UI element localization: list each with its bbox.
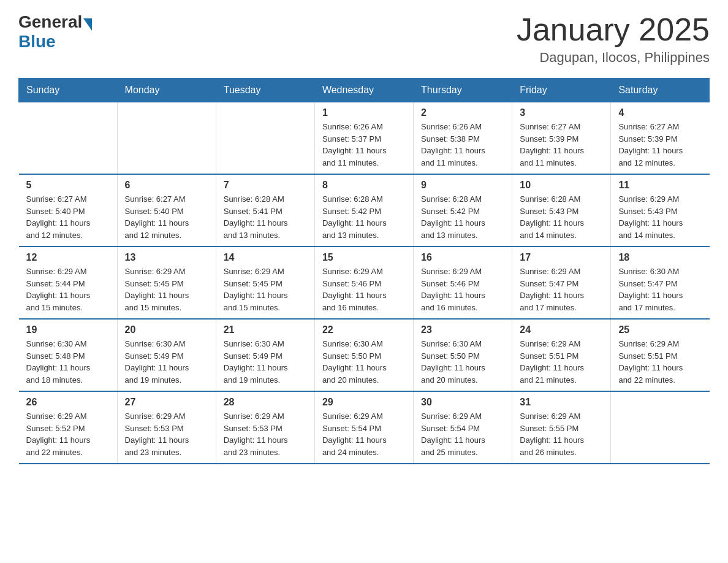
logo-general-text: General [18, 12, 82, 32]
logo: General Blue [18, 12, 92, 52]
day-info: Sunrise: 6:30 AM Sunset: 5:47 PM Dayligh… [618, 266, 702, 313]
day-info: Sunrise: 6:29 AM Sunset: 5:44 PM Dayligh… [26, 266, 110, 313]
day-number: 12 [26, 252, 110, 263]
calendar-cell: 15Sunrise: 6:29 AM Sunset: 5:46 PM Dayli… [314, 247, 413, 319]
day-number: 13 [125, 252, 208, 263]
calendar-cell: 2Sunrise: 6:26 AM Sunset: 5:38 PM Daylig… [414, 102, 512, 175]
day-info: Sunrise: 6:29 AM Sunset: 5:47 PM Dayligh… [520, 266, 603, 313]
calendar-cell: 22Sunrise: 6:30 AM Sunset: 5:50 PM Dayli… [314, 319, 413, 391]
calendar-cell: 20Sunrise: 6:30 AM Sunset: 5:49 PM Dayli… [117, 319, 216, 391]
calendar-cell: 3Sunrise: 6:27 AM Sunset: 5:39 PM Daylig… [512, 102, 611, 175]
day-number: 15 [322, 252, 406, 263]
calendar-cell: 29Sunrise: 6:29 AM Sunset: 5:54 PM Dayli… [314, 391, 413, 464]
day-number: 10 [520, 180, 603, 191]
calendar-cell: 19Sunrise: 6:30 AM Sunset: 5:48 PM Dayli… [19, 319, 118, 391]
calendar-cell [117, 102, 216, 175]
day-info: Sunrise: 6:27 AM Sunset: 5:40 PM Dayligh… [26, 193, 110, 241]
day-number: 25 [618, 324, 702, 335]
day-number: 11 [618, 180, 702, 191]
calendar-cell: 24Sunrise: 6:29 AM Sunset: 5:51 PM Dayli… [512, 319, 611, 391]
day-info: Sunrise: 6:27 AM Sunset: 5:39 PM Dayligh… [520, 121, 603, 169]
calendar-cell: 10Sunrise: 6:28 AM Sunset: 5:43 PM Dayli… [512, 174, 611, 247]
day-info: Sunrise: 6:30 AM Sunset: 5:48 PM Dayligh… [26, 338, 110, 386]
calendar-cell [19, 102, 118, 175]
calendar-cell: 12Sunrise: 6:29 AM Sunset: 5:44 PM Dayli… [19, 247, 118, 319]
day-number: 29 [322, 397, 406, 408]
day-info: Sunrise: 6:29 AM Sunset: 5:51 PM Dayligh… [618, 338, 702, 386]
day-info: Sunrise: 6:27 AM Sunset: 5:40 PM Dayligh… [125, 193, 208, 241]
day-number: 18 [618, 252, 702, 263]
calendar-cell: 11Sunrise: 6:29 AM Sunset: 5:43 PM Dayli… [611, 174, 710, 247]
calendar-cell: 5Sunrise: 6:27 AM Sunset: 5:40 PM Daylig… [19, 174, 118, 247]
day-number: 23 [421, 324, 504, 335]
calendar-header: SundayMondayTuesdayWednesdayThursdayFrid… [19, 79, 710, 102]
day-number: 7 [224, 180, 307, 191]
day-info: Sunrise: 6:26 AM Sunset: 5:38 PM Dayligh… [421, 121, 504, 169]
week-row-2: 12Sunrise: 6:29 AM Sunset: 5:44 PM Dayli… [19, 247, 710, 319]
header-row: SundayMondayTuesdayWednesdayThursdayFrid… [19, 79, 710, 102]
header-cell-saturday: Saturday [611, 79, 710, 102]
calendar-subtitle: Dagupan, Ilocos, Philippines [517, 50, 710, 66]
header-cell-tuesday: Tuesday [216, 79, 314, 102]
calendar-cell: 13Sunrise: 6:29 AM Sunset: 5:45 PM Dayli… [117, 247, 216, 319]
header-cell-sunday: Sunday [19, 79, 118, 102]
day-info: Sunrise: 6:29 AM Sunset: 5:45 PM Dayligh… [125, 266, 208, 313]
day-info: Sunrise: 6:30 AM Sunset: 5:49 PM Dayligh… [125, 338, 208, 386]
day-info: Sunrise: 6:28 AM Sunset: 5:43 PM Dayligh… [520, 193, 603, 241]
day-info: Sunrise: 6:28 AM Sunset: 5:42 PM Dayligh… [322, 193, 406, 241]
day-info: Sunrise: 6:28 AM Sunset: 5:41 PM Dayligh… [224, 193, 307, 241]
day-info: Sunrise: 6:29 AM Sunset: 5:53 PM Dayligh… [224, 410, 307, 458]
day-number: 1 [322, 107, 406, 118]
calendar-cell: 25Sunrise: 6:29 AM Sunset: 5:51 PM Dayli… [611, 319, 710, 391]
day-number: 27 [125, 397, 208, 408]
calendar-cell: 4Sunrise: 6:27 AM Sunset: 5:39 PM Daylig… [611, 102, 710, 175]
day-info: Sunrise: 6:29 AM Sunset: 5:54 PM Dayligh… [322, 410, 406, 458]
day-info: Sunrise: 6:29 AM Sunset: 5:51 PM Dayligh… [520, 338, 603, 386]
day-info: Sunrise: 6:29 AM Sunset: 5:45 PM Dayligh… [224, 266, 307, 313]
calendar-cell [216, 102, 314, 175]
day-number: 6 [125, 180, 208, 191]
calendar-body: 1Sunrise: 6:26 AM Sunset: 5:37 PM Daylig… [19, 102, 710, 464]
day-number: 30 [421, 397, 504, 408]
calendar-cell: 7Sunrise: 6:28 AM Sunset: 5:41 PM Daylig… [216, 174, 314, 247]
day-number: 28 [224, 397, 307, 408]
day-number: 4 [618, 107, 702, 118]
day-number: 21 [224, 324, 307, 335]
calendar-cell: 6Sunrise: 6:27 AM Sunset: 5:40 PM Daylig… [117, 174, 216, 247]
day-info: Sunrise: 6:30 AM Sunset: 5:49 PM Dayligh… [224, 338, 307, 386]
day-number: 20 [125, 324, 208, 335]
calendar-cell [611, 391, 710, 464]
logo-blue-text: Blue [18, 32, 92, 52]
header-cell-monday: Monday [117, 79, 216, 102]
calendar-cell: 17Sunrise: 6:29 AM Sunset: 5:47 PM Dayli… [512, 247, 611, 319]
week-row-0: 1Sunrise: 6:26 AM Sunset: 5:37 PM Daylig… [19, 102, 710, 175]
header-cell-friday: Friday [512, 79, 611, 102]
calendar-cell: 18Sunrise: 6:30 AM Sunset: 5:47 PM Dayli… [611, 247, 710, 319]
day-number: 17 [520, 252, 603, 263]
day-info: Sunrise: 6:29 AM Sunset: 5:52 PM Dayligh… [26, 410, 110, 458]
day-number: 3 [520, 107, 603, 118]
day-info: Sunrise: 6:29 AM Sunset: 5:53 PM Dayligh… [125, 410, 208, 458]
day-number: 2 [421, 107, 504, 118]
day-number: 26 [26, 397, 110, 408]
day-info: Sunrise: 6:29 AM Sunset: 5:54 PM Dayligh… [421, 410, 504, 458]
calendar-cell: 16Sunrise: 6:29 AM Sunset: 5:46 PM Dayli… [414, 247, 512, 319]
header-cell-wednesday: Wednesday [314, 79, 413, 102]
calendar-cell: 8Sunrise: 6:28 AM Sunset: 5:42 PM Daylig… [314, 174, 413, 247]
day-number: 9 [421, 180, 504, 191]
week-row-4: 26Sunrise: 6:29 AM Sunset: 5:52 PM Dayli… [19, 391, 710, 464]
day-info: Sunrise: 6:29 AM Sunset: 5:55 PM Dayligh… [520, 410, 603, 458]
day-info: Sunrise: 6:27 AM Sunset: 5:39 PM Dayligh… [618, 121, 702, 169]
day-info: Sunrise: 6:28 AM Sunset: 5:42 PM Dayligh… [421, 193, 504, 241]
day-number: 22 [322, 324, 406, 335]
calendar-cell: 31Sunrise: 6:29 AM Sunset: 5:55 PM Dayli… [512, 391, 611, 464]
week-row-3: 19Sunrise: 6:30 AM Sunset: 5:48 PM Dayli… [19, 319, 710, 391]
day-info: Sunrise: 6:29 AM Sunset: 5:46 PM Dayligh… [322, 266, 406, 313]
day-number: 31 [520, 397, 603, 408]
calendar-cell: 27Sunrise: 6:29 AM Sunset: 5:53 PM Dayli… [117, 391, 216, 464]
day-number: 24 [520, 324, 603, 335]
calendar-cell: 9Sunrise: 6:28 AM Sunset: 5:42 PM Daylig… [414, 174, 512, 247]
day-info: Sunrise: 6:29 AM Sunset: 5:43 PM Dayligh… [618, 193, 702, 241]
calendar-cell: 23Sunrise: 6:30 AM Sunset: 5:50 PM Dayli… [414, 319, 512, 391]
calendar-cell: 26Sunrise: 6:29 AM Sunset: 5:52 PM Dayli… [19, 391, 118, 464]
